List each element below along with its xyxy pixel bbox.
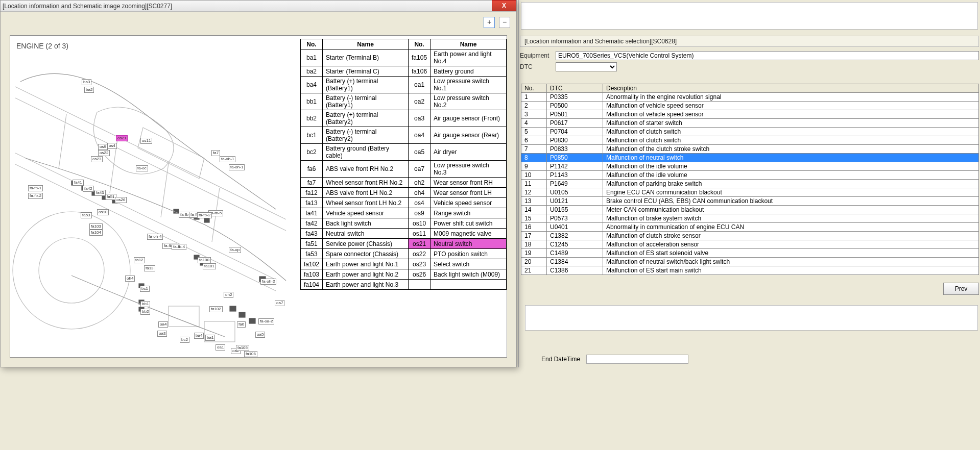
end-datetime-field[interactable] [586, 355, 688, 364]
dtc-cell-desc: Malfunction of clutch switch [603, 136, 979, 145]
legend-cell-name: Battery ground (Battery cable) [323, 144, 409, 161]
dtc-row[interactable]: 15P0573Malfunction of brake system switc… [521, 214, 979, 223]
dtc-row[interactable]: 13U0121Brake control ECU (ABS, EBS) CAN … [521, 197, 979, 206]
dtc-row[interactable]: 21C1386Malfunction of ES start main swit… [521, 266, 979, 275]
callout-label: fa-fb-2 [197, 212, 212, 218]
callout-label: oh4 [125, 276, 135, 282]
callout-label: os9 [98, 144, 108, 150]
legend-cell-name: PTO position switch [431, 249, 507, 259]
dtc-row[interactable]: 10P1143Malfunction of the idle volume [521, 171, 979, 180]
dtc-cell-no: 4 [521, 119, 547, 128]
legend-cell-name: Battery (-) terminal (Battery1) [323, 93, 409, 110]
legend-cell-name: Air dryer [431, 144, 507, 161]
legend-cell-no: oa3 [409, 110, 431, 127]
legend-row[interactable]: fa42Back light switchos10Power shift cut… [301, 218, 507, 229]
legend-row[interactable]: fa103Earth power and light No.2os26Back … [301, 269, 507, 280]
legend-row[interactable]: fa104Earth power and light No.3 [301, 280, 507, 290]
legend-cell-no: ba2 [301, 66, 323, 77]
dtc-row[interactable]: 6P0830Malfunction of clutch switch [521, 136, 979, 145]
dtc-cell-code: P0830 [547, 136, 603, 145]
dtc-cell-desc: Malfunction of clutch stroke sensor [603, 232, 979, 240]
callout-label: fa-op [229, 247, 241, 253]
legend-cell-no: oa2 [409, 93, 431, 110]
dtc-row[interactable]: 14U0155Meter CAN communication blackout [521, 206, 979, 214]
end-datetime-row: End DateTime [541, 352, 978, 366]
zoom-in-button[interactable]: + [484, 17, 495, 28]
legend-row[interactable]: fa13Wheel sensor front LH No.2os4Vehicle… [301, 198, 507, 208]
dtc-cell-no: 9 [521, 162, 547, 171]
legend-row[interactable]: fa43Neutral switchos11M009 magnetic valv… [301, 229, 507, 239]
equipment-field[interactable] [556, 51, 979, 60]
dtc-cell-no: 11 [521, 180, 547, 188]
dtc-row[interactable]: 17C1382Malfunction of clutch stroke sens… [521, 232, 979, 240]
dtc-row[interactable]: 19C1489Malfunction of ES start solenoid … [521, 249, 979, 258]
dtc-row[interactable]: 3P0501Malfunction of vehicle speed senso… [521, 110, 979, 119]
dtc-select[interactable] [556, 62, 617, 71]
prev-button[interactable]: Prev [943, 283, 979, 295]
dtc-cell-no: 2 [521, 102, 547, 110]
dtc-cell-desc: Meter CAN communication blackout [603, 206, 979, 214]
dtc-table[interactable]: No. DTC Description 1P0335Abnormality in… [521, 84, 979, 275]
callout-label: fa7 [211, 150, 220, 156]
legend-cell-no: fa103 [301, 269, 323, 280]
legend-row[interactable]: fa51Service power (Chassis)os21Neutral s… [301, 239, 507, 249]
dtc-cell-no: 13 [521, 197, 547, 206]
callout-label: os4 [107, 143, 117, 149]
dtc-row[interactable]: 1P0335Abnormality in the engine revoluti… [521, 93, 979, 102]
dtc-row[interactable]: 2P0500Malfunction of vehicle speed senso… [521, 102, 979, 110]
dtc-row[interactable]: 20C1384Malfunction of neutral switch/bac… [521, 258, 979, 266]
dtc-col-no: No. [521, 84, 547, 93]
callout-label: fa-oa-2 [258, 318, 274, 324]
dtc-row[interactable]: 8P0850Malfunction of neutral switch [521, 154, 979, 162]
dtc-cell-code: P0833 [547, 145, 603, 154]
legend-row[interactable]: ba2Starter (Terminal C)fa106Battery grou… [301, 66, 507, 77]
legend-cell-name: Starter (Terminal C) [323, 66, 409, 77]
legend-row[interactable]: fa102Earth power and light No.1os23Selec… [301, 259, 507, 269]
legend-cell-name: Back light switch [323, 218, 409, 229]
dtc-cell-no: 20 [521, 258, 547, 266]
legend-row[interactable]: bc1Battery (-) terminal (Battery2)oa4Air… [301, 127, 507, 144]
legend-row[interactable]: ba4Battery (+) terminal (Battery1)oa1Low… [301, 77, 507, 93]
legend-cell-no: os26 [409, 269, 431, 280]
dtc-cell-no: 21 [521, 266, 547, 275]
dtc-row[interactable]: 16U0401Abnormality in communication of e… [521, 223, 979, 232]
dtc-row[interactable]: 11P1649Malfunction of parking brake swit… [521, 180, 979, 188]
dtc-row[interactable]: 9P1142Malfunction of the idle volume [521, 162, 979, 171]
schematic-area[interactable]: ENGINE (2 of 3) [10, 35, 507, 358]
top-blank-box [521, 2, 978, 30]
callout-label: fa102 [209, 306, 223, 312]
legend-cell-name: Battery (+) terminal (Battery1) [323, 77, 409, 93]
callout-label: fa103 [89, 223, 103, 230]
legend-cell-no: os11 [409, 229, 431, 239]
legend-cell-name: Earth power and light No.3 [323, 280, 409, 290]
legend-row[interactable]: fa12ABS valve front LH No.2oh4Wear senso… [301, 188, 507, 198]
legend-cell-no: oh4 [409, 188, 431, 198]
zoom-out-button[interactable]: − [499, 17, 510, 28]
dtc-row[interactable]: 5P0704Malfunction of clutch switch [521, 128, 979, 136]
dtc-cell-no: 18 [521, 240, 547, 249]
dtc-cell-code: C1386 [547, 266, 603, 275]
dtc-cell-no: 5 [521, 128, 547, 136]
close-icon[interactable]: X [492, 0, 516, 11]
legend-row[interactable]: ba1Starter (Terminal B)fa105Earth power … [301, 49, 507, 66]
legend-col-name2: Name [431, 39, 507, 49]
legend-table: No. Name No. Name ba1Starter (Terminal B… [300, 39, 507, 290]
dtc-row[interactable]: 18C1245Malfunction of acceleration senso… [521, 240, 979, 249]
legend-row[interactable]: bb2Battery (+) terminal (Battery2)oa3Air… [301, 110, 507, 127]
dtc-cell-code: P1142 [547, 162, 603, 171]
callout-label: os21 [116, 135, 128, 141]
legend-row[interactable]: fa53Spare connector (Chassis)os22PTO pos… [301, 249, 507, 259]
legend-row[interactable]: bc2Battery ground (Battery cable)oa5Air … [301, 144, 507, 161]
legend-row[interactable]: fa41Vehicle speed sensoros9Range switch [301, 208, 507, 218]
legend-row[interactable]: fa7Wheel sensor front RH No.2oh2Wear sen… [301, 178, 507, 188]
popup-titlebar[interactable]: [Location information and Schematic imag… [1, 1, 516, 12]
legend-row[interactable]: bb1Battery (-) terminal (Battery1)oa2Low… [301, 93, 507, 110]
legend-cell-no: bc1 [301, 127, 323, 144]
dtc-cell-desc: Malfunction of vehicle speed sensor [603, 110, 979, 119]
legend-row[interactable]: fa6ABS valve front RH No.2oa7Low pressur… [301, 161, 507, 178]
legend-cell-no: fa43 [301, 229, 323, 239]
dtc-row[interactable]: 4P0617Malfunction of starter switch [521, 119, 979, 128]
dtc-row[interactable]: 7P0833Malfunction of the clutch stroke s… [521, 145, 979, 154]
legend-cell-no: fa6 [301, 161, 323, 178]
dtc-row[interactable]: 12U0105Engine ECU CAN communication blac… [521, 188, 979, 197]
